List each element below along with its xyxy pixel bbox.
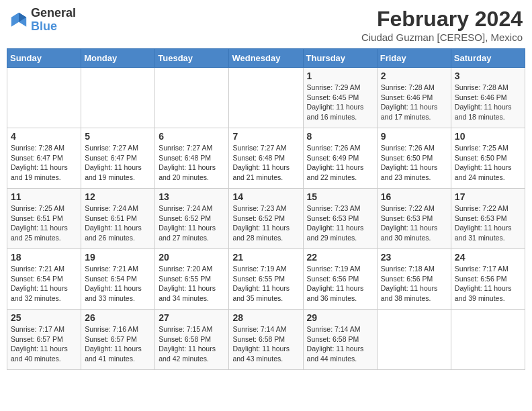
day-number: 16: [381, 191, 447, 202]
day-number: 5: [85, 131, 151, 142]
calendar-cell: 25Sunrise: 7:17 AM Sunset: 6:57 PM Dayli…: [7, 310, 81, 370]
day-header-monday: Monday: [81, 49, 155, 68]
day-info: Sunrise: 7:17 AM Sunset: 6:57 PM Dayligh…: [11, 324, 77, 364]
day-info: Sunrise: 7:16 AM Sunset: 6:57 PM Dayligh…: [85, 324, 151, 364]
calendar-cell: 15Sunrise: 7:23 AM Sunset: 6:53 PM Dayli…: [303, 189, 377, 249]
day-number: 6: [159, 131, 225, 142]
calendar-cell: 29Sunrise: 7:14 AM Sunset: 6:58 PM Dayli…: [303, 310, 377, 370]
day-info: Sunrise: 7:17 AM Sunset: 6:56 PM Dayligh…: [455, 264, 521, 304]
day-number: 27: [159, 312, 225, 323]
day-info: Sunrise: 7:19 AM Sunset: 6:56 PM Dayligh…: [307, 264, 373, 304]
day-info: Sunrise: 7:25 AM Sunset: 6:50 PM Dayligh…: [455, 143, 521, 183]
day-info: Sunrise: 7:26 AM Sunset: 6:49 PM Dayligh…: [307, 143, 373, 183]
title-area: February 2024 Ciudad Guzman [CERESO], Me…: [361, 7, 523, 43]
day-number: 13: [159, 191, 225, 202]
day-number: 21: [232, 252, 299, 263]
calendar-cell: 1Sunrise: 7:29 AM Sunset: 6:45 PM Daylig…: [303, 68, 377, 128]
calendar-cell: 19Sunrise: 7:21 AM Sunset: 6:54 PM Dayli…: [81, 249, 155, 310]
day-info: Sunrise: 7:14 AM Sunset: 6:58 PM Dayligh…: [232, 324, 299, 364]
calendar-table: SundayMondayTuesdayWednesdayThursdayFrid…: [7, 48, 525, 370]
calendar-cell: 13Sunrise: 7:24 AM Sunset: 6:52 PM Dayli…: [155, 189, 229, 249]
calendar-cell: 23Sunrise: 7:18 AM Sunset: 6:56 PM Dayli…: [377, 249, 451, 310]
calendar-cell: 11Sunrise: 7:25 AM Sunset: 6:51 PM Dayli…: [7, 189, 81, 249]
day-header-wednesday: Wednesday: [229, 49, 303, 68]
day-header-thursday: Thursday: [303, 49, 377, 68]
calendar-cell: 12Sunrise: 7:24 AM Sunset: 6:51 PM Dayli…: [81, 189, 155, 249]
calendar-week-row: 25Sunrise: 7:17 AM Sunset: 6:57 PM Dayli…: [7, 310, 525, 370]
day-info: Sunrise: 7:19 AM Sunset: 6:55 PM Dayligh…: [232, 264, 299, 304]
day-number: 12: [85, 191, 151, 202]
day-header-saturday: Saturday: [451, 49, 525, 68]
calendar-cell: 8Sunrise: 7:26 AM Sunset: 6:49 PM Daylig…: [303, 128, 377, 189]
calendar-cell: 22Sunrise: 7:19 AM Sunset: 6:56 PM Dayli…: [303, 249, 377, 310]
day-header-friday: Friday: [377, 49, 451, 68]
day-info: Sunrise: 7:14 AM Sunset: 6:58 PM Dayligh…: [307, 324, 373, 364]
calendar-cell: 21Sunrise: 7:19 AM Sunset: 6:55 PM Dayli…: [229, 249, 303, 310]
logo-general-text: General: [31, 7, 76, 20]
calendar-cell: 6Sunrise: 7:27 AM Sunset: 6:48 PM Daylig…: [155, 128, 229, 189]
day-number: 2: [381, 71, 447, 81]
day-number: 22: [307, 252, 373, 263]
day-number: 28: [232, 312, 299, 323]
calendar-week-row: 1Sunrise: 7:29 AM Sunset: 6:45 PM Daylig…: [7, 68, 525, 128]
calendar-cell: 27Sunrise: 7:15 AM Sunset: 6:58 PM Dayli…: [155, 310, 229, 370]
calendar-cell: [155, 68, 229, 128]
day-info: Sunrise: 7:21 AM Sunset: 6:54 PM Dayligh…: [85, 264, 151, 304]
calendar-cell: 17Sunrise: 7:22 AM Sunset: 6:53 PM Dayli…: [451, 189, 525, 249]
day-info: Sunrise: 7:25 AM Sunset: 6:51 PM Dayligh…: [11, 203, 77, 243]
day-info: Sunrise: 7:20 AM Sunset: 6:55 PM Dayligh…: [159, 264, 225, 304]
day-info: Sunrise: 7:18 AM Sunset: 6:56 PM Dayligh…: [381, 264, 447, 304]
day-number: 29: [307, 312, 373, 323]
calendar-week-row: 4Sunrise: 7:28 AM Sunset: 6:47 PM Daylig…: [7, 128, 525, 189]
calendar-cell: [81, 68, 155, 128]
day-number: 20: [159, 252, 225, 263]
day-number: 17: [455, 191, 521, 202]
day-info: Sunrise: 7:24 AM Sunset: 6:51 PM Dayligh…: [85, 203, 151, 243]
calendar-cell: 3Sunrise: 7:28 AM Sunset: 6:46 PM Daylig…: [451, 68, 525, 128]
calendar-header-row: SundayMondayTuesdayWednesdayThursdayFrid…: [7, 49, 525, 68]
day-number: 23: [381, 252, 447, 263]
day-number: 18: [11, 252, 77, 263]
day-number: 10: [455, 131, 521, 142]
calendar-cell: [7, 68, 81, 128]
month-year-title: February 2024: [361, 7, 523, 32]
calendar-cell: 5Sunrise: 7:27 AM Sunset: 6:47 PM Daylig…: [81, 128, 155, 189]
day-number: 3: [455, 71, 521, 81]
day-number: 1: [307, 71, 373, 81]
day-number: 11: [11, 191, 77, 202]
calendar-cell: 16Sunrise: 7:22 AM Sunset: 6:53 PM Dayli…: [377, 189, 451, 249]
location-subtitle: Ciudad Guzman [CERESO], Mexico: [361, 32, 523, 43]
day-info: Sunrise: 7:23 AM Sunset: 6:52 PM Dayligh…: [232, 203, 299, 243]
calendar-cell: 7Sunrise: 7:27 AM Sunset: 6:48 PM Daylig…: [229, 128, 303, 189]
logo: General Blue: [9, 7, 76, 34]
logo-blue-text: Blue: [31, 20, 76, 34]
calendar-cell: 14Sunrise: 7:23 AM Sunset: 6:52 PM Dayli…: [229, 189, 303, 249]
calendar-cell: 9Sunrise: 7:26 AM Sunset: 6:50 PM Daylig…: [377, 128, 451, 189]
calendar-cell: 20Sunrise: 7:20 AM Sunset: 6:55 PM Dayli…: [155, 249, 229, 310]
day-number: 7: [232, 131, 299, 142]
day-info: Sunrise: 7:27 AM Sunset: 6:48 PM Dayligh…: [232, 143, 299, 183]
calendar-cell: 28Sunrise: 7:14 AM Sunset: 6:58 PM Dayli…: [229, 310, 303, 370]
day-info: Sunrise: 7:28 AM Sunset: 6:47 PM Dayligh…: [11, 143, 77, 183]
calendar-cell: 26Sunrise: 7:16 AM Sunset: 6:57 PM Dayli…: [81, 310, 155, 370]
calendar-cell: 2Sunrise: 7:28 AM Sunset: 6:46 PM Daylig…: [377, 68, 451, 128]
calendar-cell: [451, 310, 525, 370]
day-info: Sunrise: 7:27 AM Sunset: 6:48 PM Dayligh…: [159, 143, 225, 183]
day-number: 15: [307, 191, 373, 202]
day-info: Sunrise: 7:24 AM Sunset: 6:52 PM Dayligh…: [159, 203, 225, 243]
calendar-cell: [377, 310, 451, 370]
day-number: 9: [381, 131, 447, 142]
day-info: Sunrise: 7:28 AM Sunset: 6:46 PM Dayligh…: [455, 83, 521, 122]
header: General Blue February 2024 Ciudad Guzman…: [7, 7, 525, 43]
day-info: Sunrise: 7:21 AM Sunset: 6:54 PM Dayligh…: [11, 264, 77, 304]
day-number: 8: [307, 131, 373, 142]
day-number: 14: [232, 191, 299, 202]
calendar-week-row: 11Sunrise: 7:25 AM Sunset: 6:51 PM Dayli…: [7, 189, 525, 249]
day-number: 26: [85, 312, 151, 323]
calendar-cell: [229, 68, 303, 128]
day-number: 4: [11, 131, 77, 142]
day-info: Sunrise: 7:26 AM Sunset: 6:50 PM Dayligh…: [381, 143, 447, 183]
day-info: Sunrise: 7:22 AM Sunset: 6:53 PM Dayligh…: [381, 203, 447, 243]
day-info: Sunrise: 7:28 AM Sunset: 6:46 PM Dayligh…: [381, 83, 447, 122]
day-info: Sunrise: 7:27 AM Sunset: 6:47 PM Dayligh…: [85, 143, 151, 183]
